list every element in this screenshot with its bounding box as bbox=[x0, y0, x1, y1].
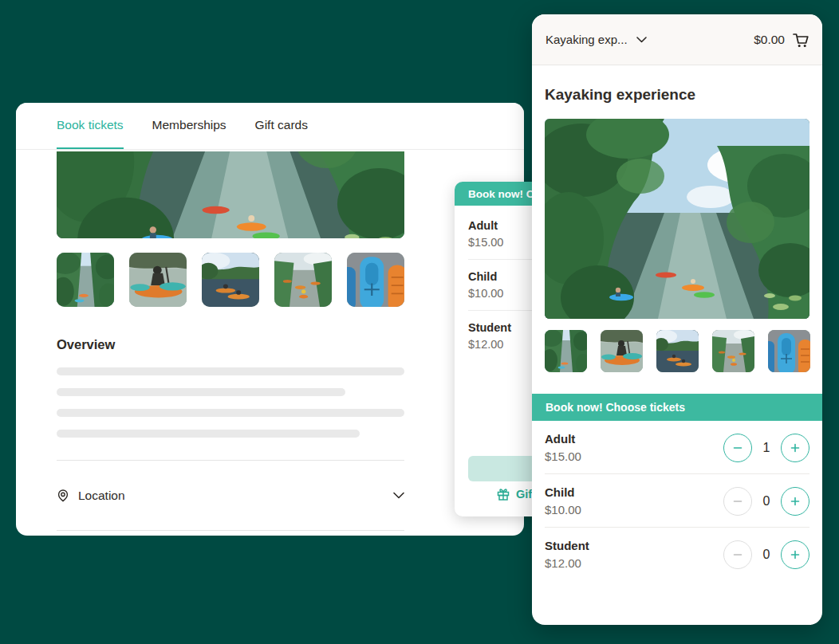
photo-thumbnails bbox=[545, 330, 809, 372]
cart-total: $0.00 bbox=[754, 33, 785, 47]
divider bbox=[57, 530, 404, 531]
cart-button[interactable]: $0.00 bbox=[754, 31, 809, 48]
ticket-price: $10.00 bbox=[545, 503, 581, 516]
plus-button[interactable] bbox=[781, 487, 809, 516]
minus-button[interactable] bbox=[723, 540, 752, 569]
tab-memberships[interactable]: Memberships bbox=[152, 103, 226, 149]
photo-thumbnail-2[interactable] bbox=[129, 253, 187, 307]
location-label: Location bbox=[78, 489, 393, 503]
photo-thumbnail-5[interactable] bbox=[347, 253, 404, 307]
skeleton-line bbox=[57, 430, 360, 438]
gift-icon bbox=[497, 488, 510, 501]
quantity-value: 1 bbox=[758, 441, 775, 455]
chevron-down-icon bbox=[636, 37, 647, 43]
product-selector-value: Kayaking exp... bbox=[546, 33, 628, 46]
product-title: Kayaking experience bbox=[545, 86, 809, 104]
checkout-widget: Kayaking exp... $0.00 Kayaking experienc… bbox=[532, 14, 822, 625]
main-card: Book tickets Memberships Gift cards Over… bbox=[16, 103, 524, 536]
skeleton-line bbox=[57, 388, 345, 396]
widget-header: Kayaking exp... $0.00 bbox=[532, 14, 822, 65]
quantity-value: 0 bbox=[758, 494, 775, 509]
cart-icon bbox=[792, 31, 809, 48]
photo-thumbnail-3[interactable] bbox=[202, 253, 259, 307]
quantity-stepper-adult: 1 bbox=[723, 434, 809, 462]
ticket-name: Child bbox=[545, 485, 581, 499]
page-background: Book tickets Memberships Gift cards Over… bbox=[0, 0, 839, 644]
photo-thumbnail-2[interactable] bbox=[601, 330, 643, 372]
photo-thumbnail-1[interactable] bbox=[57, 253, 114, 307]
quantity-stepper-child: 0 bbox=[723, 487, 809, 516]
photo-thumbnail-1[interactable] bbox=[545, 330, 587, 372]
ticket-row-adult: Adult $15.00 1 bbox=[545, 421, 809, 474]
photo-thumbnail-3[interactable] bbox=[656, 330, 699, 372]
quantity-value: 0 bbox=[758, 548, 775, 562]
product-photo-widget bbox=[545, 119, 809, 319]
product-photo-main bbox=[57, 151, 404, 238]
skeleton-line bbox=[57, 367, 404, 375]
minus-button[interactable] bbox=[723, 487, 752, 516]
photo-thumbnail-5[interactable] bbox=[768, 330, 810, 372]
plus-button[interactable] bbox=[781, 434, 809, 462]
gift-link[interactable]: Gift bbox=[497, 488, 536, 501]
tab-gift-cards[interactable]: Gift cards bbox=[255, 103, 308, 149]
quantity-stepper-student: 0 bbox=[723, 540, 809, 569]
ticket-name: Student bbox=[545, 539, 589, 552]
ticket-row-child: Child $10.00 0 bbox=[545, 474, 809, 528]
plus-button[interactable] bbox=[781, 540, 809, 569]
book-now-banner: Book now! Choose tickets bbox=[532, 394, 822, 421]
product-selector[interactable]: Kayaking exp... bbox=[546, 33, 647, 46]
photo-thumbnail-4[interactable] bbox=[274, 253, 332, 307]
skeleton-line bbox=[57, 409, 404, 417]
location-accordion[interactable]: Location bbox=[57, 461, 404, 530]
ticket-name: Adult bbox=[545, 432, 581, 446]
overview-heading: Overview bbox=[57, 337, 404, 352]
chevron-down-icon bbox=[393, 492, 404, 499]
ticket-price: $12.00 bbox=[545, 556, 589, 570]
ticket-row-student: Student $12.00 0 bbox=[545, 528, 809, 580]
tab-book-tickets[interactable]: Book tickets bbox=[57, 103, 124, 149]
tab-bar: Book tickets Memberships Gift cards bbox=[16, 103, 524, 150]
photo-thumbnails bbox=[57, 253, 404, 307]
ticket-price: $15.00 bbox=[545, 450, 581, 463]
minus-button[interactable] bbox=[723, 434, 752, 462]
photo-thumbnail-4[interactable] bbox=[712, 330, 754, 372]
location-pin-icon bbox=[57, 489, 69, 502]
